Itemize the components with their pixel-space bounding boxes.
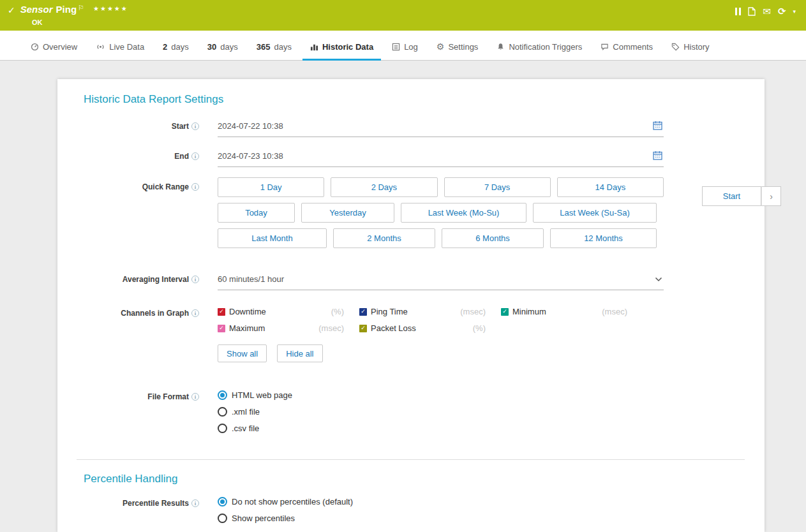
file-format-label: File Format — [57, 390, 199, 401]
report-button[interactable] — [748, 7, 756, 16]
radio-selected-icon[interactable] — [218, 390, 227, 400]
start-field-label: Start — [57, 120, 199, 131]
tab-log[interactable]: Log — [384, 42, 426, 61]
tab-overview[interactable]: Overview — [23, 42, 85, 61]
flag-icon[interactable] — [78, 4, 84, 12]
info-icon[interactable] — [191, 309, 199, 317]
channel-name: Ping Time — [371, 307, 408, 316]
quick-range-today-button[interactable]: Today — [218, 203, 295, 223]
end-date-value: 2024-07-23 10:38 — [218, 151, 283, 161]
radio-unselected-icon[interactable] — [218, 514, 227, 523]
channel-maximum[interactable]: Maximum (msec) — [218, 323, 359, 333]
percentile-results-label: Percentile Results — [57, 497, 199, 508]
quick-range-1-day-button[interactable]: 1 Day — [218, 177, 324, 197]
quick-range-12-months-button[interactable]: 12 Months — [550, 228, 657, 248]
tab-label: days — [220, 42, 237, 52]
tab-label: days — [274, 42, 291, 52]
quick-range-2-days-button[interactable]: 2 Days — [331, 177, 437, 197]
header-dropdown-caret-icon[interactable] — [793, 8, 796, 15]
channel-checkbox-checked[interactable] — [359, 308, 367, 316]
calendar-icon[interactable] — [653, 121, 662, 130]
tab-comments[interactable]: Comments — [593, 42, 660, 61]
field-label-text: End — [174, 152, 189, 161]
tab-history[interactable]: History — [664, 42, 717, 61]
tab-number: 30 — [207, 42, 216, 52]
chevron-down-icon[interactable] — [655, 277, 662, 282]
hide-all-button[interactable]: Hide all — [277, 344, 322, 362]
priority-stars[interactable]: ★★★★★ — [93, 5, 128, 12]
quick-range-last-week-mo-su-button[interactable]: Last Week (Mo-Su) — [401, 203, 526, 223]
refresh-icon[interactable] — [778, 6, 786, 17]
tab-label: History — [683, 42, 709, 52]
channel-packet-loss[interactable]: Packet Loss (%) — [359, 323, 501, 333]
tab-2-days[interactable]: 2 days — [155, 42, 197, 61]
quick-range-yesterday-button[interactable]: Yesterday — [301, 203, 394, 223]
quick-range-last-week-su-sa-button[interactable]: Last Week (Su-Sa) — [533, 203, 657, 223]
info-icon[interactable] — [191, 122, 199, 130]
channel-checkbox-checked[interactable] — [501, 308, 509, 316]
averaging-interval-row: Averaging Interval 60 minutes/1 hour — [57, 273, 765, 290]
file-format-option-html[interactable]: HTML web page — [218, 390, 664, 400]
pause-button[interactable] — [735, 8, 741, 15]
channel-unit: (%) — [331, 307, 344, 316]
show-all-button[interactable]: Show all — [218, 344, 267, 362]
channel-name: Maximum — [229, 323, 265, 333]
start-button[interactable]: Start — [702, 186, 761, 206]
status-ok-check-icon — [8, 5, 15, 15]
channel-minimum[interactable]: Minimum (msec) — [501, 307, 643, 316]
percentile-option-show[interactable]: Show percentiles — [218, 514, 664, 523]
info-icon[interactable] — [191, 183, 199, 191]
channel-checkbox-checked[interactable] — [359, 325, 367, 332]
tab-number: 365 — [257, 42, 271, 52]
file-format-option-xml[interactable]: .xml file — [218, 407, 664, 417]
radio-unselected-icon[interactable] — [218, 407, 227, 417]
channel-checkbox-checked[interactable] — [218, 308, 225, 316]
tab-historic-data[interactable]: Historic Data — [302, 42, 381, 61]
calendar-icon[interactable] — [653, 151, 662, 160]
quick-range-row-2: Today Yesterday Last Week (Mo-Su) Last W… — [218, 203, 664, 223]
tab-settings[interactable]: Settings — [429, 41, 486, 61]
quick-range-7-days-button[interactable]: 7 Days — [444, 177, 551, 197]
quick-range-row-1: 1 Day 2 Days 7 Days 14 Days — [218, 177, 664, 197]
info-icon[interactable] — [191, 393, 199, 401]
start-date-value: 2024-07-22 10:38 — [218, 121, 283, 131]
tab-365-days[interactable]: 365 days — [249, 42, 299, 61]
channels-label: Channels in Graph — [57, 307, 199, 318]
quick-range-14-days-button[interactable]: 14 Days — [557, 177, 664, 197]
tab-label: Overview — [43, 42, 77, 52]
chevron-right-button[interactable]: › — [761, 186, 781, 206]
mail-icon[interactable] — [763, 6, 771, 17]
live-data-icon — [96, 43, 105, 51]
info-icon[interactable] — [191, 499, 199, 507]
info-icon[interactable] — [191, 276, 199, 283]
quick-range-last-month-button[interactable]: Last Month — [218, 228, 327, 248]
percentile-option-none[interactable]: Do not show percentiles (default) — [218, 497, 664, 506]
channel-checkbox-grid: Downtime (%) Ping Time (msec) Minimum (m… — [218, 307, 664, 333]
channel-name: Downtime — [229, 307, 266, 316]
end-date-input[interactable]: 2024-07-23 10:38 — [218, 150, 664, 167]
tab-label: days — [171, 42, 188, 52]
channel-unit: (msec) — [318, 323, 344, 333]
info-icon[interactable] — [191, 152, 199, 160]
quick-range-2-months-button[interactable]: 2 Months — [333, 228, 435, 248]
field-label-text: File Format — [147, 392, 189, 401]
averaging-interval-select[interactable]: 60 minutes/1 hour — [218, 273, 664, 290]
radio-selected-icon[interactable] — [218, 497, 227, 506]
channel-downtime[interactable]: Downtime (%) — [218, 307, 359, 316]
radio-option-label: .csv file — [232, 424, 259, 433]
channel-ping-time[interactable]: Ping Time (msec) — [359, 307, 501, 316]
tab-label: Notification Triggers — [509, 42, 582, 52]
radio-unselected-icon[interactable] — [218, 424, 227, 433]
file-format-option-csv[interactable]: .csv file — [218, 424, 664, 433]
tab-number: 2 — [163, 42, 167, 52]
page-body: Historic Data Report Settings Start 2024… — [0, 61, 806, 532]
tab-live-data[interactable]: Live Data — [88, 42, 152, 61]
tab-notification-triggers[interactable]: Notification Triggers — [489, 42, 590, 61]
channel-name: Packet Loss — [371, 323, 416, 333]
tab-30-days[interactable]: 30 days — [200, 42, 246, 61]
start-date-input[interactable]: 2024-07-22 10:38 — [218, 120, 664, 137]
channel-unit: (msec) — [602, 307, 627, 316]
quick-range-6-months-button[interactable]: 6 Months — [442, 228, 544, 248]
channel-checkbox-checked[interactable] — [218, 325, 225, 332]
pause-icon — [735, 8, 741, 15]
